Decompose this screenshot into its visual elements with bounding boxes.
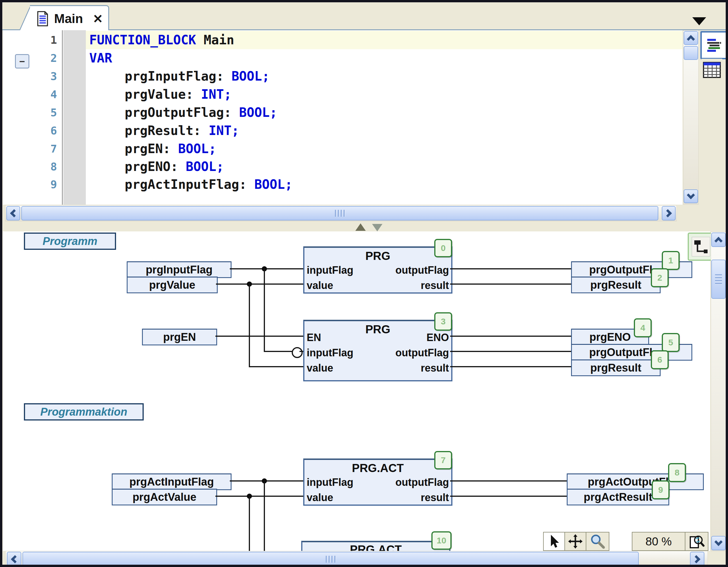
pan-icon: [568, 534, 583, 549]
document-icon: [36, 11, 49, 27]
line-number: 8: [11, 158, 57, 176]
editor-hscroll-left[interactable]: [6, 206, 20, 221]
tab-title: Main: [54, 12, 83, 26]
pin-eno[interactable]: ENO: [426, 331, 449, 344]
fbd-block-prg-3[interactable]: PRG EN inputFlag value ENO outputFlag re…: [303, 320, 452, 381]
line-number: 7: [11, 140, 57, 158]
negated-input-circle: [292, 347, 303, 358]
zoom-level-display: 80 %: [632, 532, 685, 551]
fbd-var-prgActValue[interactable]: prgActValue: [112, 489, 217, 505]
table-view-button[interactable]: [702, 59, 722, 81]
scroll-grip: [335, 210, 345, 217]
splitter-collapse-down-icon[interactable]: [372, 224, 382, 232]
fbd-vscroll-up[interactable]: [711, 233, 726, 247]
code-line[interactable]: 3 prgInputFlag: BOOL;: [2, 67, 682, 85]
code-line[interactable]: 9 prgActInputFlag: BOOL;: [2, 176, 682, 194]
fbd-block-prgact-7[interactable]: PRG.ACT inputFlag value outputFlag resul…: [303, 458, 452, 506]
wire-segment: [215, 496, 303, 497]
wire-segment: [249, 284, 250, 367]
zoom-tool-button[interactable]: [586, 532, 609, 551]
editor-hscroll-thumb[interactable]: [21, 206, 658, 221]
chevron-down-icon: [687, 191, 695, 199]
text-view-button[interactable]: [700, 31, 727, 59]
pin-value[interactable]: value: [307, 362, 333, 374]
wire-segment: [450, 366, 571, 367]
pin-result[interactable]: result: [421, 492, 449, 504]
tab-close-icon[interactable]: ✕: [93, 12, 103, 26]
chevron-left-icon: [10, 209, 18, 217]
chevron-down-icon: [714, 538, 723, 546]
fbd-hscroll-thumb[interactable]: [22, 552, 639, 567]
wire-segment: [450, 496, 567, 497]
select-tool-button[interactable]: [543, 532, 565, 551]
pin-value[interactable]: value: [307, 492, 333, 504]
fbd-hscroll-left[interactable]: [7, 552, 21, 567]
line-number: 3: [11, 67, 57, 85]
editor-vscroll-thumb[interactable]: [684, 46, 698, 60]
code-line[interactable]: 8 prgENO: BOOL;: [2, 158, 682, 176]
wire-segment: [450, 335, 571, 337]
code-line[interactable]: 2 VAR: [2, 49, 682, 67]
fbd-var-prgActInputFlag[interactable]: prgActInputFlag: [112, 473, 232, 490]
editor-vscroll-down[interactable]: [684, 189, 698, 203]
pin-outputFlag[interactable]: outputFlag: [395, 476, 449, 488]
pin-value[interactable]: value: [307, 280, 333, 291]
wire-segment: [450, 284, 571, 284]
line-number: 4: [11, 86, 57, 103]
pin-result[interactable]: result: [421, 362, 449, 374]
fbd-block-prg-0[interactable]: PRG inputFlag value outputFlag result: [303, 247, 452, 293]
wire-segment: [299, 351, 303, 352]
splitter-collapse-up-icon[interactable]: [355, 223, 366, 231]
fbd-var-prgInputFlag[interactable]: prgInputFlag: [127, 261, 232, 278]
wire-segment: [264, 351, 293, 352]
wire-segment: [450, 351, 571, 352]
pin-outputFlag[interactable]: outputFlag: [395, 347, 449, 359]
fbd-var-prgValue[interactable]: prgValue: [127, 277, 218, 293]
code-line[interactable]: 4 prgValue: INT;: [2, 86, 682, 103]
line-number: 9: [11, 176, 57, 194]
network-badge: 10: [431, 531, 452, 550]
editor-hscroll-right[interactable]: [662, 206, 676, 221]
fbd-comment-label[interactable]: Programm: [24, 233, 116, 250]
fbd-vscroll-down[interactable]: [711, 536, 726, 550]
fbd-var-prgResult[interactable]: prgResult: [571, 359, 661, 376]
line-number: 6: [11, 122, 57, 140]
tab-list-dropdown-icon[interactable]: [692, 17, 706, 25]
pin-inputFlag[interactable]: inputFlag: [307, 347, 353, 359]
wire-segment: [215, 335, 303, 337]
text-view-icon: [706, 37, 722, 54]
wire-segment: [264, 268, 265, 352]
code-line[interactable]: 5 prgOutputFlag: BOOL;: [2, 104, 682, 122]
fbd-var-prgResult[interactable]: prgResult: [571, 277, 661, 293]
pan-tool-button[interactable]: [564, 532, 586, 551]
pin-en[interactable]: EN: [307, 331, 321, 344]
scroll-grip: [715, 274, 722, 284]
fbd-block-prgact-10[interactable]: PRG.ACT: [301, 541, 450, 552]
line-number: 2: [11, 49, 57, 67]
pin-outputFlag[interactable]: outputFlag: [395, 264, 449, 276]
tab-main[interactable]: Main ✕: [30, 5, 109, 31]
fbd-comment-label[interactable]: Programmaktion: [24, 403, 144, 420]
wire-segment: [450, 480, 567, 481]
code-line[interactable]: 1 FUNCTION_BLOCK Main: [2, 31, 682, 49]
wire-segment: [450, 268, 571, 270]
network-badge: 3: [434, 312, 452, 331]
pin-result[interactable]: result: [421, 280, 449, 291]
code-line[interactable]: 6 prgResult: INT;: [2, 122, 682, 140]
zoom-to-fit-button[interactable]: [685, 532, 708, 551]
editor-vscroll-up[interactable]: [684, 31, 698, 45]
chevron-right-icon: [692, 555, 700, 563]
network-view-button[interactable]: [688, 233, 714, 261]
table-view-icon: [703, 62, 721, 78]
network-badge: 9: [652, 480, 670, 499]
fbd-vscroll-thumb[interactable]: [711, 260, 726, 299]
code-line[interactable]: 7 prgEN: BOOL;: [2, 140, 682, 158]
network-badge: 0: [434, 239, 452, 257]
pin-inputFlag[interactable]: inputFlag: [307, 476, 353, 488]
fbd-hscroll-right[interactable]: [690, 552, 704, 567]
fbd-var-prgEN[interactable]: prgEN: [142, 329, 217, 345]
network-badge: 6: [651, 350, 669, 369]
pin-inputFlag[interactable]: inputFlag: [307, 264, 353, 276]
cursor-icon: [547, 534, 561, 549]
network-badge: 5: [662, 333, 680, 352]
